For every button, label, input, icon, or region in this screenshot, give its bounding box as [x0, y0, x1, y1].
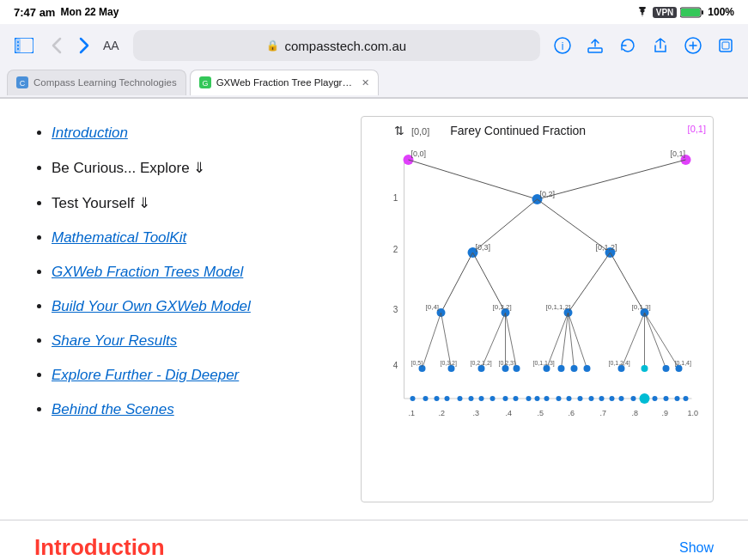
list-item: Introduction	[52, 125, 335, 142]
svg-point-87	[618, 365, 625, 372]
svg-text:[0,2,3]: [0,2,3]	[499, 360, 516, 367]
back-button[interactable]	[48, 33, 65, 58]
svg-point-75	[448, 365, 455, 372]
upload-icon	[587, 37, 604, 54]
svg-point-84	[558, 365, 565, 372]
svg-text:.4: .4	[506, 409, 513, 417]
svg-point-79	[502, 365, 509, 372]
toolbar: AA 🔒 compasstech.com.au i	[0, 24, 748, 67]
list-item: Mathematical ToolKit	[52, 229, 335, 247]
svg-rect-10	[588, 48, 602, 52]
status-bar: 7:47 am Mon 22 May VPN 100%	[0, 0, 748, 24]
nav-link-toolkit[interactable]: Mathematical ToolKit	[52, 229, 186, 246]
svg-text:[0,1,2]: [0,1,2]	[596, 243, 617, 252]
svg-point-110	[599, 396, 605, 401]
svg-rect-12	[720, 40, 732, 52]
svg-point-112	[619, 396, 624, 401]
farey-svg: 1 2 3 4 .1 .2 .3 .4 .5 .6 .7 .8 .9 1.0 […	[368, 141, 706, 433]
bottom-section: Introduction Show	[0, 520, 748, 560]
svg-text:[0,1,4]: [0,1,4]	[675, 360, 692, 367]
svg-text:[0,1,3]: [0,1,3]	[632, 303, 651, 311]
upload-button[interactable]	[583, 33, 607, 58]
tabs-overview-icon	[717, 37, 734, 54]
toolbar-right: i	[550, 33, 738, 58]
refresh-icon	[619, 37, 636, 54]
svg-text:[0,2,2]: [0,2,2]	[493, 303, 512, 311]
page-content: Introduction Be Curious... Explore ⇓ Tes…	[0, 99, 748, 520]
date: Mon 22 May	[60, 6, 119, 18]
vpn-badge: VPN	[653, 7, 678, 18]
address-bar[interactable]: 🔒 compasstech.com.au	[133, 30, 540, 61]
svg-point-77	[478, 365, 485, 372]
svg-text:[0,1]: [0,1]	[671, 149, 686, 158]
svg-point-109	[589, 396, 594, 401]
svg-point-93	[410, 396, 416, 401]
forward-button[interactable]	[76, 33, 93, 58]
farey-title: ⇅ [0,0] Farey Continued Fraction [0,1]	[368, 124, 706, 137]
svg-point-101	[503, 396, 508, 401]
nav-link-model[interactable]: GXWeb Fraction Trees Model	[52, 264, 243, 280]
svg-point-105	[544, 396, 550, 401]
svg-text:C: C	[20, 79, 26, 88]
svg-text:i: i	[562, 40, 564, 52]
svg-line-48	[441, 253, 473, 313]
nav-link-explore[interactable]: Explore Further - Dig Deeper	[52, 367, 239, 383]
svg-point-108	[578, 396, 583, 401]
tabs-overview-button[interactable]	[714, 33, 738, 58]
forward-icon	[79, 37, 89, 54]
svg-point-99	[479, 396, 484, 401]
back-icon	[52, 37, 62, 54]
share-button[interactable]	[648, 33, 672, 58]
svg-point-106	[556, 396, 562, 401]
list-item: GXWeb Fraction Trees Model	[52, 264, 335, 281]
share-icon	[652, 37, 669, 54]
svg-text:.8: .8	[632, 409, 639, 417]
svg-text:.5: .5	[538, 409, 544, 417]
farey-title-text: Farey Continued Fraction	[450, 124, 586, 137]
svg-point-91	[676, 365, 683, 372]
svg-line-50	[569, 253, 611, 313]
nav-link-build[interactable]: Build Your Own GXWeb Model	[52, 298, 251, 314]
nav-link-share[interactable]: Share Your Results	[52, 332, 177, 349]
battery-icon	[680, 7, 704, 18]
svg-rect-1	[681, 9, 700, 16]
show-button[interactable]: Show	[679, 540, 714, 556]
svg-text:.2: .2	[439, 409, 446, 417]
svg-point-95	[435, 396, 440, 401]
svg-point-73	[419, 365, 426, 372]
svg-line-38	[409, 160, 538, 199]
svg-point-114	[640, 393, 650, 404]
tab-close-button[interactable]: ✕	[362, 77, 369, 88]
svg-point-100	[490, 396, 496, 401]
new-tab-button[interactable]	[681, 33, 705, 58]
svg-point-96	[445, 396, 450, 401]
nav-list: Introduction Be Curious... Explore ⇓ Tes…	[34, 116, 335, 502]
svg-text:[0,2]: [0,2]	[540, 190, 556, 198]
svg-text:G: G	[202, 79, 208, 88]
refresh-button[interactable]	[616, 33, 640, 58]
nav-link-intro[interactable]: Introduction	[52, 125, 128, 141]
tab-gxweb[interactable]: G GXWeb Fraction Tree Playground ✕	[190, 70, 379, 95]
svg-rect-13	[722, 42, 729, 49]
sidebar-toggle-button[interactable]	[10, 32, 38, 59]
svg-point-104	[535, 396, 540, 401]
section-header: Introduction Show	[34, 534, 714, 560]
svg-point-85	[571, 365, 578, 372]
svg-point-118	[684, 396, 689, 401]
svg-text:[0,3]: [0,3]	[476, 243, 491, 252]
info-button[interactable]: i	[550, 33, 575, 58]
tab-compass[interactable]: C Compass Learning Technologies	[7, 70, 186, 95]
svg-point-117	[675, 396, 680, 401]
nav-link-scenes[interactable]: Behind the Scenes	[52, 401, 174, 417]
svg-point-115	[653, 396, 658, 401]
svg-text:[0,1,1,2]: [0,1,1,2]	[546, 303, 571, 311]
list-item: Explore Further - Dig Deeper	[52, 367, 335, 384]
svg-text:1.0: 1.0	[688, 409, 699, 417]
svg-text:.6: .6	[569, 409, 575, 417]
svg-text:.1: .1	[409, 409, 416, 417]
svg-text:[0,5]: [0,5]	[411, 360, 423, 367]
aa-label[interactable]: AA	[103, 39, 119, 52]
farey-sort-icon: ⇅	[394, 124, 404, 137]
tab-favicon-compass: C	[16, 76, 28, 88]
svg-point-98	[469, 396, 474, 401]
